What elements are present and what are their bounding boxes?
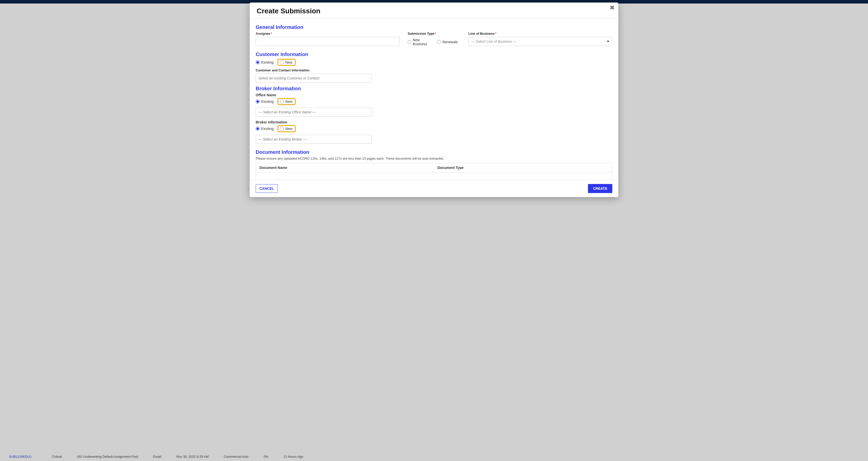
modal-body: General Information Assignee* Submission… [250, 19, 618, 180]
customer-contact-input[interactable] [256, 74, 372, 83]
broker-new-radio[interactable]: New [280, 127, 292, 131]
broker-existing-radio[interactable]: Existing [256, 127, 274, 131]
broker-info-input[interactable] [256, 135, 372, 144]
required-asterisk: * [435, 32, 436, 35]
modal-header: Create Submission [250, 2, 618, 19]
office-new-radio-input[interactable] [280, 99, 284, 104]
customer-new-radio-input[interactable] [280, 60, 284, 64]
section-customer-heading: Customer Information [256, 52, 612, 57]
radio-renewals-label: Renewals [442, 40, 458, 44]
lob-select-wrap [468, 37, 612, 46]
assignee-input[interactable] [256, 37, 400, 46]
submission-type-label-text: Submission Type [408, 32, 434, 35]
customer-new-radio[interactable]: New [280, 60, 292, 64]
modal-title: Create Submission [257, 7, 611, 15]
close-icon: ✖ [610, 4, 614, 11]
document-table-empty: No items available [256, 172, 612, 180]
office-existing-radio-input[interactable] [256, 99, 260, 104]
office-name-label: Office Name [256, 93, 612, 97]
cancel-button[interactable]: CANCEL [256, 184, 278, 193]
office-name-field [256, 108, 372, 117]
assignee-label-text: Assignee [256, 32, 270, 35]
lob-label-text: Line of Business [468, 32, 495, 35]
submission-type-field: Submission Type* New Business Renewals [408, 32, 460, 49]
customer-new-highlight: New [278, 59, 296, 66]
customer-mode-radios: Existing New [256, 59, 612, 66]
radio-new-business-input[interactable] [408, 40, 411, 44]
customer-existing-radio-input[interactable] [256, 60, 260, 64]
office-existing-label: Existing [261, 99, 274, 104]
broker-mode-radios: Existing New [256, 125, 612, 132]
lob-field: Line of Business* [468, 32, 612, 46]
section-document-heading: Document Information [256, 149, 612, 155]
office-existing-radio[interactable]: Existing [256, 99, 274, 104]
required-asterisk: * [495, 32, 496, 35]
office-mode-radios: Existing New [256, 98, 612, 105]
lob-label: Line of Business* [468, 32, 612, 35]
submission-type-label: Submission Type* [408, 32, 460, 35]
broker-existing-radio-input[interactable] [256, 127, 260, 131]
broker-info-label: Broker Information [256, 120, 612, 124]
customer-new-label: New [285, 60, 292, 64]
modal-footer: CANCEL CREATE [250, 180, 618, 197]
customer-existing-radio[interactable]: Existing [256, 60, 274, 64]
lob-select[interactable] [468, 37, 612, 46]
document-table-header: Document Name Document Type [256, 163, 612, 172]
create-submission-modal: ✖ Create Submission General Information … [250, 2, 618, 197]
office-new-highlight: New [278, 98, 296, 105]
section-broker-heading: Broker Information [256, 86, 612, 91]
submission-type-radios: New Business Renewals [408, 38, 460, 46]
assignee-field: Assignee* [256, 32, 400, 46]
radio-new-business-label: New Business [413, 38, 433, 46]
general-row: Assignee* Submission Type* New Business [256, 32, 612, 49]
office-new-label: New [285, 99, 292, 104]
radio-new-business[interactable]: New Business [408, 38, 433, 46]
modal-overlay: ✖ Create Submission General Information … [0, 0, 868, 461]
section-general-heading: General Information [256, 24, 612, 30]
office-name-input[interactable] [256, 108, 372, 117]
office-new-radio[interactable]: New [280, 99, 292, 104]
customer-existing-label: Existing [261, 60, 274, 64]
document-table: Document Name Document Type No items ava… [256, 163, 612, 180]
document-helper-text: Please ensure any uploaded ACORD 125s, 1… [256, 156, 612, 161]
radio-renewals-input[interactable] [437, 40, 441, 44]
doc-col-name: Document Name [256, 163, 434, 172]
radio-renewals[interactable]: Renewals [437, 40, 458, 44]
close-button[interactable]: ✖ [610, 5, 614, 10]
doc-col-type: Document Type [434, 163, 612, 172]
customer-contact-label: Customer and Contact Information [256, 68, 372, 72]
broker-new-radio-input[interactable] [280, 127, 284, 131]
broker-new-highlight: New [278, 125, 296, 132]
required-asterisk: * [271, 32, 272, 35]
create-button[interactable]: CREATE [588, 184, 612, 193]
customer-contact-field: Customer and Contact Information [256, 68, 372, 83]
broker-info-field [256, 135, 372, 144]
broker-new-label: New [285, 127, 292, 131]
broker-existing-label: Existing [261, 127, 274, 131]
assignee-label: Assignee* [256, 32, 400, 35]
